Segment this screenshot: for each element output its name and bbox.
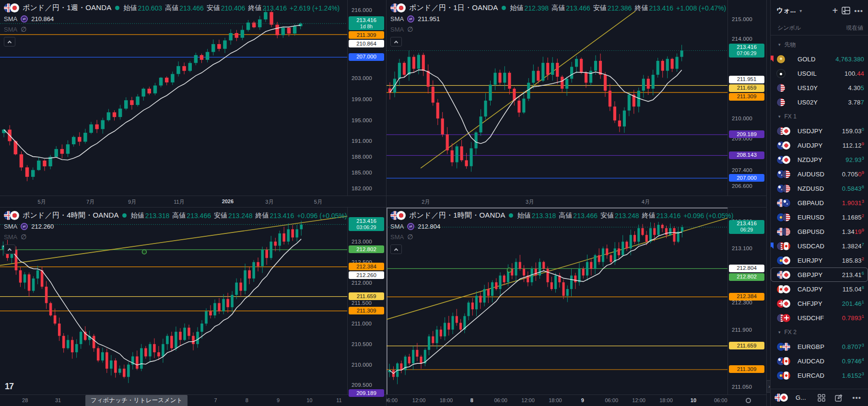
time-axis[interactable]: 5月7月9月11月20263月5月 xyxy=(0,196,386,207)
time-axis[interactable]: 06:0012:0018:00806:0012:0018:00906:0012:… xyxy=(387,394,766,406)
price-tick: 215.000 xyxy=(732,16,752,22)
price-tick: 212.000 xyxy=(352,280,372,286)
tradingview-logo[interactable]: 17 xyxy=(5,382,13,392)
flagged-marker-icon[interactable] xyxy=(771,243,774,249)
sma-hidden-label: SMA xyxy=(4,26,17,33)
symbol-label: USDJPY xyxy=(798,128,823,135)
watchlist-row-us02y[interactable]: US02Y3.787 xyxy=(771,95,868,109)
flagged-marker-icon[interactable] xyxy=(771,56,774,62)
watchlist-section-2[interactable]: ▾FX 1 xyxy=(771,109,868,124)
sidebar-resize-strip[interactable]: › xyxy=(766,0,770,406)
watchlist-row-nzdjpy[interactable]: NZDJPY92.933 xyxy=(771,152,868,167)
watchlist-row-audjpy[interactable]: AUDJPY112.129 xyxy=(771,138,868,152)
watchlist-row-chfjpy[interactable]: CHFJPY201.461 xyxy=(771,296,868,311)
watchlist-title[interactable]: ウォ... xyxy=(776,6,796,15)
visibility-off-icon[interactable]: ∅ xyxy=(407,25,413,33)
watchlist-row-eurcad[interactable]: EURCAD1.61523 xyxy=(771,368,868,383)
sma-settings-icon[interactable]: ⇄ xyxy=(21,15,28,23)
symbol-flag-icon xyxy=(777,371,793,380)
symbol-flag-icon xyxy=(777,300,793,308)
more-options-icon[interactable]: ••• xyxy=(852,394,861,402)
symbol-last-price: 100.44 xyxy=(845,70,864,77)
price-axis[interactable]: 213.500213.000212.500212.000211.500211.0… xyxy=(347,208,386,394)
drawing-tool-tooltip: フィボナッチ・リトレースメント xyxy=(85,395,188,406)
watchlist-row-usdchf[interactable]: USDCHF0.78931 xyxy=(771,311,868,325)
compose-note-icon[interactable] xyxy=(835,394,843,402)
sma-settings-icon[interactable]: ⇄ xyxy=(407,223,414,230)
sma-value: 212.260 xyxy=(31,223,54,230)
price-badge: 211.951 xyxy=(729,76,764,83)
visibility-off-icon[interactable]: ∅ xyxy=(21,233,26,241)
chart-pane-4h[interactable]: 213.500213.000212.500212.000211.500211.0… xyxy=(0,208,387,406)
watchlist-row-us10y[interactable]: US10Y4.305 xyxy=(771,81,868,95)
pane-title[interactable]: ポンド／円・1日・OANDA xyxy=(409,3,498,12)
sma-value: 210.864 xyxy=(31,15,54,23)
watchlist-row-gold[interactable]: GOLD4,763.380 xyxy=(771,52,868,66)
sma-value: 211.951 xyxy=(418,15,440,23)
watchlist-row-gbpaud[interactable]: GBPAUD1.90313 xyxy=(771,196,868,210)
symbol-label: NZDUSD xyxy=(798,185,824,192)
pane-title[interactable]: ポンド／円・1週・OANDA xyxy=(23,3,112,12)
collapse-header-button[interactable] xyxy=(4,37,15,46)
visibility-off-icon[interactable]: ∅ xyxy=(407,233,413,241)
watchlist-row-cadjpy[interactable]: CADJPY115.048 xyxy=(771,282,868,296)
price-badge: 211.309 xyxy=(729,365,764,373)
chevron-down-icon[interactable]: ▾ xyxy=(799,8,802,13)
collapse-header-button[interactable] xyxy=(390,244,402,254)
watchlist-row-usoil[interactable]: USOIL100.44 xyxy=(771,66,868,81)
price-axis[interactable]: 215.000214.000210.000209.000207.400206.6… xyxy=(727,0,766,196)
watchlist-row-eurgbp[interactable]: EURGBP0.87073 xyxy=(771,339,868,354)
high-value: 213.466 xyxy=(187,212,211,220)
time-tick: 10 xyxy=(296,397,323,403)
more-options-icon[interactable]: ••• xyxy=(854,7,863,15)
watchlist-row-gbpjpy[interactable]: GBPJPY213.416 xyxy=(771,267,868,282)
watchlist-row-usdjpy[interactable]: USDJPY159.030 xyxy=(771,124,868,138)
watchlist-section-3[interactable]: ▾FX 2 xyxy=(771,325,868,339)
close-value: 213.416 xyxy=(270,212,294,220)
collapse-header-button[interactable] xyxy=(4,244,15,254)
visibility-off-icon[interactable]: ∅ xyxy=(21,25,26,33)
layout-grid-icon[interactable] xyxy=(842,7,850,14)
symbol-label: AUDUSD xyxy=(798,171,824,178)
pane-title[interactable]: ポンド／円・4時間・OANDA xyxy=(23,211,119,220)
time-axis[interactable]: 2月3月4月 xyxy=(387,196,766,207)
watchlist-row-nzdusd[interactable]: NZDUSD0.58438 xyxy=(771,181,868,196)
price-tick: 214.000 xyxy=(732,36,752,42)
price-badge: 212.802 xyxy=(729,273,764,281)
price-badge: 207.000 xyxy=(349,53,384,61)
chart-pane-daily[interactable]: 215.000214.000210.000209.000207.400206.6… xyxy=(387,0,766,208)
symbol-label: US02Y xyxy=(798,99,818,106)
watchlist-row-eurjpy[interactable]: EURJPY185.832 xyxy=(771,253,868,267)
watchlist-row-eurusd[interactable]: EURUSD1.16852 xyxy=(771,210,868,224)
symbol-last-price: 4,763.380 xyxy=(835,56,864,63)
watchlist-section-1[interactable]: ▾先物 xyxy=(771,37,868,52)
watchlist-row-gbpusd[interactable]: GBPUSD1.34199 xyxy=(771,224,868,239)
pane-title[interactable]: ポンド／円・1時間・OANDA xyxy=(409,211,505,220)
watchlist-row-usdcad[interactable]: USDCAD1.38247 xyxy=(771,239,868,253)
sma-settings-icon[interactable]: ⇄ xyxy=(407,15,414,23)
time-tick: 2026 xyxy=(214,198,241,204)
change-value: +1.008 (+0.47%) xyxy=(676,4,726,12)
symbol-last-price: 1.16852 xyxy=(842,214,864,221)
price-axis[interactable]: 216.000203.000199.000195.000191.000188.0… xyxy=(347,0,386,196)
value-column-label[interactable]: 現在値 xyxy=(846,24,863,32)
footer-symbol-label[interactable]: G... xyxy=(796,394,806,401)
price-tick: 213.100 xyxy=(732,245,752,251)
time-axis[interactable]: 28317891011 xyxy=(0,394,386,406)
open-value: 213.318 xyxy=(145,212,170,220)
collapse-header-button[interactable] xyxy=(390,37,402,46)
chart-pane-1h[interactable]: 213.500213.100212.300211.900211.050213.4… xyxy=(387,208,766,406)
chart-pane-weekly[interactable]: 216.000203.000199.000195.000191.000188.0… xyxy=(0,0,387,208)
time-tick: 7 xyxy=(202,397,229,403)
market-open-icon xyxy=(509,213,513,218)
change-value: +2.619 (+1.24%) xyxy=(290,4,340,12)
add-symbol-button[interactable]: + xyxy=(833,6,838,15)
watchlist-row-audusd[interactable]: AUDUSD0.70509 xyxy=(771,167,868,181)
sma-hidden-label: SMA xyxy=(390,233,404,241)
timezone-settings-icon[interactable] xyxy=(746,398,751,403)
watchlist-row-audcad[interactable]: AUDCAD0.97464 xyxy=(771,354,868,368)
grid-view-icon[interactable] xyxy=(818,394,825,402)
price-tick: 203.000 xyxy=(352,75,372,81)
sma-settings-icon[interactable]: ⇄ xyxy=(21,223,28,230)
symbol-column-label[interactable]: シンボル xyxy=(777,24,801,32)
